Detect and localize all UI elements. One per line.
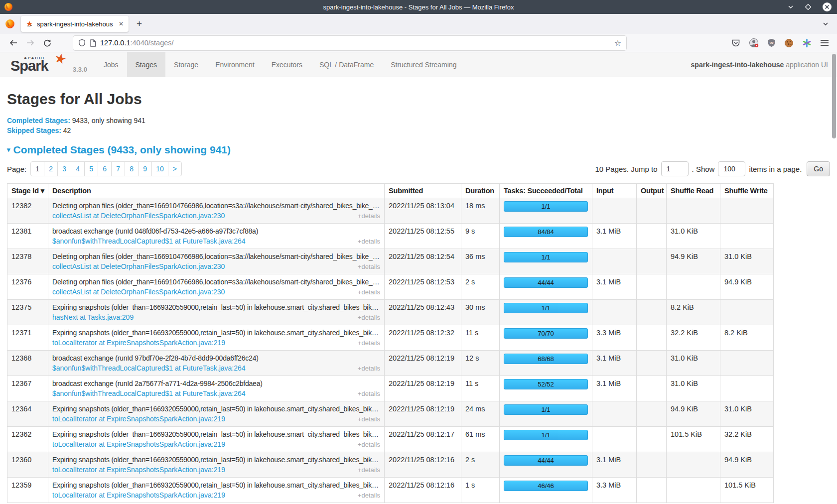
cookie-icon[interactable] <box>784 38 794 48</box>
details-toggle[interactable]: +details <box>354 238 380 245</box>
column-header[interactable]: Output <box>637 184 667 198</box>
column-header[interactable]: Stage Id ▾ <box>7 184 48 198</box>
tab-close-icon[interactable]: ✕ <box>119 20 124 27</box>
page-button[interactable]: 9 <box>138 161 152 176</box>
tasks-cell: 44/44 <box>500 452 592 478</box>
tab-list-chevron-icon[interactable] <box>822 20 829 27</box>
nav-item-environment[interactable]: Environment <box>207 52 263 77</box>
details-toggle[interactable]: +details <box>354 263 380 270</box>
stage-detail-link[interactable]: $anonfun$withThreadLocalCaptured$1 at Fu… <box>52 364 246 372</box>
duration-cell: 24 ms <box>461 401 500 427</box>
details-toggle[interactable]: +details <box>354 390 380 397</box>
firefox-logo-icon <box>5 19 15 29</box>
page-button[interactable]: 5 <box>84 161 98 176</box>
table-row: 12381broadcast exchange (runId 048fd06f-… <box>7 224 774 249</box>
nav-item-storage[interactable]: Storage <box>165 52 207 77</box>
forward-button-icon[interactable] <box>23 39 38 47</box>
column-header[interactable]: Description <box>48 184 385 198</box>
column-header[interactable]: Shuffle Read <box>667 184 720 198</box>
page-button[interactable]: 1 <box>30 161 44 176</box>
column-header[interactable]: Input <box>592 184 637 198</box>
column-header[interactable]: Submitted <box>385 184 461 198</box>
back-button-icon[interactable] <box>6 39 21 47</box>
close-icon[interactable] <box>822 2 832 12</box>
tasks-progress-bar: 44/44 <box>504 277 588 288</box>
details-toggle[interactable]: +details <box>354 212 380 220</box>
details-toggle[interactable]: +details <box>354 288 380 296</box>
submitted-cell: 2022/11/25 08:12:17 <box>385 427 461 452</box>
stage-detail-link[interactable]: collectAsList at DeleteOrphanFilesSparkA… <box>52 262 225 270</box>
details-toggle[interactable]: +details <box>354 441 380 448</box>
stage-detail-link[interactable]: $anonfun$withThreadLocalCaptured$1 at Fu… <box>52 237 246 245</box>
stage-detail-link[interactable]: $anonfun$withThreadLocalCaptured$1 at Fu… <box>52 389 246 397</box>
stage-detail-link[interactable]: toLocalIterator at ExpireSnapshotsSparkA… <box>52 466 225 474</box>
extension-asterisk-icon[interactable] <box>802 38 812 48</box>
details-toggle[interactable]: +details <box>354 415 380 423</box>
details-toggle[interactable]: +details <box>354 466 380 474</box>
page-info-icon[interactable] <box>90 39 96 47</box>
details-toggle[interactable]: +details <box>354 365 380 372</box>
spark-navbar: APACHE Spark ★ 3.3.0 JobsStagesStorageEn… <box>0 52 837 77</box>
stage-detail-link[interactable]: collectAsList at DeleteOrphanFilesSparkA… <box>52 212 225 220</box>
skipped-stages-link[interactable]: Skipped Stages: <box>7 126 61 134</box>
maximize-icon[interactable] <box>805 3 812 10</box>
tasks-cell: 1/1 <box>500 427 592 452</box>
column-header[interactable]: Tasks: Succeeded/Total <box>500 184 592 198</box>
stage-detail-link[interactable]: toLocalIterator at ExpireSnapshotsSparkA… <box>52 440 225 448</box>
column-header[interactable]: Shuffle Write <box>720 184 774 198</box>
table-row: 12364Expiring snapshots (older_than=1669… <box>7 401 774 427</box>
completed-stages-link[interactable]: Completed Stages: <box>7 117 70 125</box>
reload-button-icon[interactable] <box>40 39 55 47</box>
spark-logo[interactable]: APACHE Spark ★ <box>6 52 70 77</box>
column-header[interactable]: Duration <box>461 184 500 198</box>
page-button[interactable]: 6 <box>98 161 112 176</box>
page-button[interactable]: 4 <box>71 161 85 176</box>
nav-item-sql-dataframe[interactable]: SQL / DataFrame <box>311 52 382 77</box>
tasks-progress-bar: 1/1 <box>504 303 588 313</box>
nav-item-jobs[interactable]: Jobs <box>95 52 127 77</box>
bookmark-star-icon[interactable]: ☆ <box>614 38 621 48</box>
scrollbar-thumb[interactable] <box>832 54 836 138</box>
page-button[interactable]: > <box>168 161 182 176</box>
page-button[interactable]: 7 <box>111 161 125 176</box>
nav-item-structured-streaming[interactable]: Structured Streaming <box>382 52 465 77</box>
url-bar[interactable]: 127.0.0.1:4040/stages/ ☆ <box>73 36 626 50</box>
completed-stages-section-header[interactable]: ▾Completed Stages (9433, only showing 94… <box>7 144 830 156</box>
tracking-shield-icon[interactable] <box>78 39 86 47</box>
details-toggle[interactable]: +details <box>354 339 380 347</box>
page-button[interactable]: 10 <box>151 161 168 176</box>
go-button[interactable]: Go <box>807 161 830 176</box>
duration-cell: 18 ms <box>461 198 500 224</box>
url-path: :4040/stages/ <box>130 39 173 47</box>
page-button[interactable]: 2 <box>44 161 58 176</box>
table-row: 12376Deleting orphan files (older_than=1… <box>7 274 774 300</box>
minimize-icon[interactable] <box>787 3 794 10</box>
account-avatar-icon[interactable] <box>749 38 759 48</box>
page-button[interactable]: 3 <box>57 161 71 176</box>
details-toggle[interactable]: +details <box>354 492 380 499</box>
details-toggle[interactable]: +details <box>354 314 380 321</box>
url-text[interactable]: 127.0.0.1:4040/stages/ <box>100 39 610 47</box>
stage-detail-link[interactable]: toLocalIterator at ExpireSnapshotsSparkA… <box>52 415 225 423</box>
table-row: 12367broadcast exchange (runId 2a75677f-… <box>7 376 774 401</box>
input-cell: 3.1 MiB <box>592 351 637 376</box>
stage-id-cell: 12381 <box>7 224 48 249</box>
output-cell <box>637 452 667 478</box>
jump-to-page-input[interactable] <box>661 161 689 176</box>
items-per-page-input[interactable] <box>718 161 745 176</box>
tasks-cell: 1/1 <box>500 198 592 224</box>
new-tab-button[interactable]: + <box>137 18 142 29</box>
browser-tab[interactable]: spark-ingest-into-lakehous ✕ <box>21 16 129 32</box>
nav-item-executors[interactable]: Executors <box>263 52 311 77</box>
spark-version: 3.3.0 <box>73 66 87 73</box>
output-cell <box>637 249 667 274</box>
nav-item-stages[interactable]: Stages <box>127 52 166 77</box>
stage-detail-link[interactable]: collectAsList at DeleteOrphanFilesSparkA… <box>52 288 225 296</box>
ublock-shield-icon[interactable]: U0 <box>767 38 776 47</box>
stage-detail-link[interactable]: hasNext at Tasks.java:209 <box>52 313 134 321</box>
page-button[interactable]: 8 <box>125 161 139 176</box>
menu-hamburger-icon[interactable] <box>820 39 829 46</box>
pocket-icon[interactable] <box>731 39 740 47</box>
stage-detail-link[interactable]: toLocalIterator at ExpireSnapshotsSparkA… <box>52 339 225 347</box>
stage-detail-link[interactable]: toLocalIterator at ExpireSnapshotsSparkA… <box>52 491 225 499</box>
